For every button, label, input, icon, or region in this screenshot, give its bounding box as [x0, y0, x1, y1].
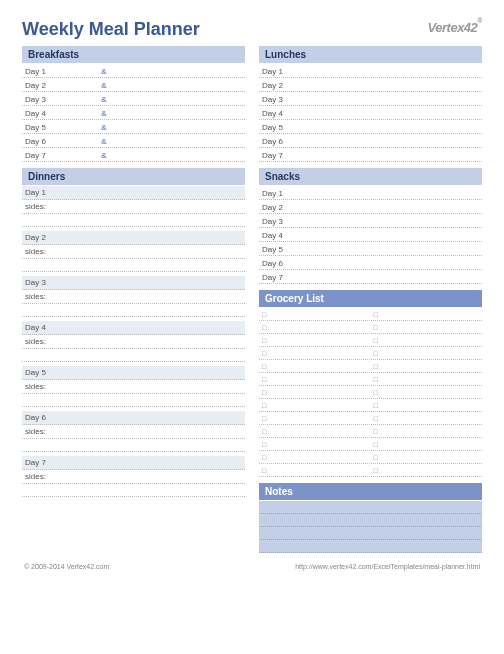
- lunch-row: Day 4: [259, 106, 482, 120]
- dinner-day: Day 1: [22, 186, 245, 200]
- grocery-list: [259, 308, 482, 477]
- grocery-row: [259, 438, 482, 451]
- lunch-row: Day 7: [259, 148, 482, 162]
- checkbox-icon: [259, 386, 371, 398]
- checkbox-icon: [259, 412, 371, 424]
- breakfasts-list: Day 1& Day 2& Day 3& Day 4& Day 5& Day 6…: [22, 64, 245, 162]
- checkbox-icon: [259, 399, 371, 411]
- lunch-row: Day 1: [259, 64, 482, 78]
- checkbox-icon: [371, 412, 483, 424]
- left-column: Breakfasts Day 1& Day 2& Day 3& Day 4& D…: [22, 46, 245, 553]
- breakfasts-header: Breakfasts: [22, 46, 245, 63]
- snack-row: Day 7: [259, 270, 482, 284]
- dinner-sides: sides:: [22, 470, 245, 484]
- grocery-row: [259, 425, 482, 438]
- dinner-day: Day 4: [22, 321, 245, 335]
- dinner-blank: [22, 349, 245, 362]
- snack-row: Day 2: [259, 200, 482, 214]
- breakfast-row: Day 4&: [22, 106, 245, 120]
- checkbox-icon: [371, 464, 483, 476]
- lunches-list: Day 1 Day 2 Day 3 Day 4 Day 5 Day 6 Day …: [259, 64, 482, 162]
- checkbox-icon: [371, 360, 483, 372]
- footer-url: http://www.vertex42.com/ExcelTemplates/m…: [295, 563, 480, 570]
- notes-header: Notes: [259, 483, 482, 500]
- dinner-sides: sides:: [22, 200, 245, 214]
- dinner-sides: sides:: [22, 380, 245, 394]
- checkbox-icon: [371, 334, 483, 346]
- notes-body: [259, 501, 482, 553]
- ampersand-icon: &: [101, 81, 107, 90]
- ampersand-icon: &: [101, 151, 107, 160]
- checkbox-icon: [259, 308, 371, 320]
- snack-row: Day 1: [259, 186, 482, 200]
- ampersand-icon: &: [101, 95, 107, 104]
- dinner-block: Day 2 sides:: [22, 231, 245, 272]
- checkbox-icon: [259, 347, 371, 359]
- checkbox-icon: [371, 321, 483, 333]
- breakfast-row: Day 7&: [22, 148, 245, 162]
- breakfast-row: Day 1&: [22, 64, 245, 78]
- dinner-day: Day 3: [22, 276, 245, 290]
- grocery-row: [259, 334, 482, 347]
- dinner-day: Day 6: [22, 411, 245, 425]
- checkbox-icon: [371, 308, 483, 320]
- footer-copyright: © 2009-2014 Vertex42.com: [24, 563, 109, 570]
- ampersand-icon: &: [101, 137, 107, 146]
- ampersand-icon: &: [101, 123, 107, 132]
- notes-line: [259, 527, 482, 540]
- dinner-blank: [22, 214, 245, 227]
- breakfast-row: Day 6&: [22, 134, 245, 148]
- ampersand-icon: &: [101, 67, 107, 76]
- snack-row: Day 4: [259, 228, 482, 242]
- grocery-row: [259, 412, 482, 425]
- checkbox-icon: [371, 399, 483, 411]
- vertex42-logo: Vertex42®: [428, 20, 482, 35]
- grocery-row: [259, 308, 482, 321]
- dinner-sides: sides:: [22, 335, 245, 349]
- grocery-row: [259, 347, 482, 360]
- checkbox-icon: [371, 386, 483, 398]
- ampersand-icon: &: [101, 109, 107, 118]
- snack-row: Day 6: [259, 256, 482, 270]
- checkbox-icon: [259, 464, 371, 476]
- checkbox-icon: [259, 360, 371, 372]
- dinner-sides: sides:: [22, 290, 245, 304]
- dinner-sides: sides:: [22, 245, 245, 259]
- checkbox-icon: [371, 373, 483, 385]
- grocery-row: [259, 451, 482, 464]
- checkbox-icon: [371, 425, 483, 437]
- grocery-row: [259, 386, 482, 399]
- dinner-day: Day 5: [22, 366, 245, 380]
- dinner-blank: [22, 439, 245, 452]
- dinner-blank: [22, 484, 245, 497]
- checkbox-icon: [259, 425, 371, 437]
- dinner-blank: [22, 259, 245, 272]
- lunch-row: Day 2: [259, 78, 482, 92]
- right-column: Lunches Day 1 Day 2 Day 3 Day 4 Day 5 Da…: [259, 46, 482, 553]
- snacks-list: Day 1 Day 2 Day 3 Day 4 Day 5 Day 6 Day …: [259, 186, 482, 284]
- lunches-header: Lunches: [259, 46, 482, 63]
- grocery-row: [259, 373, 482, 386]
- dinner-block: Day 1 sides:: [22, 186, 245, 227]
- dinner-block: Day 3 sides:: [22, 276, 245, 317]
- checkbox-icon: [259, 438, 371, 450]
- dinner-block: Day 4 sides:: [22, 321, 245, 362]
- lunch-row: Day 5: [259, 120, 482, 134]
- dinner-blank: [22, 394, 245, 407]
- dinner-blank: [22, 304, 245, 317]
- grocery-header: Grocery List: [259, 290, 482, 307]
- checkbox-icon: [371, 347, 483, 359]
- dinner-day: Day 7: [22, 456, 245, 470]
- grocery-row: [259, 360, 482, 373]
- breakfast-row: Day 5&: [22, 120, 245, 134]
- checkbox-icon: [371, 451, 483, 463]
- page-title: Weekly Meal Planner: [22, 20, 200, 38]
- snacks-header: Snacks: [259, 168, 482, 185]
- notes-line: [259, 514, 482, 527]
- breakfast-row: Day 2&: [22, 78, 245, 92]
- grocery-row: [259, 464, 482, 477]
- notes-line: [259, 501, 482, 514]
- checkbox-icon: [259, 451, 371, 463]
- snack-row: Day 5: [259, 242, 482, 256]
- dinners-header: Dinners: [22, 168, 245, 185]
